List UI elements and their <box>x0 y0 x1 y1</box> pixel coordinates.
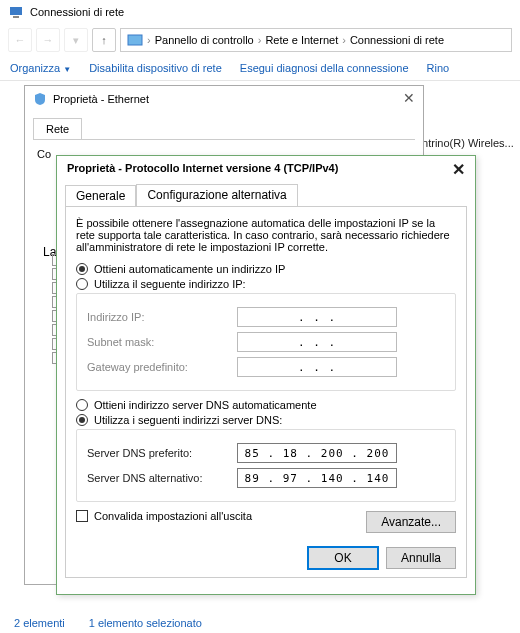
tab-generale[interactable]: Generale <box>65 185 136 207</box>
ip-label: Indirizzo IP: <box>87 311 237 323</box>
dns2-label: Server DNS alternativo: <box>87 472 237 484</box>
dns1-label: Server DNS preferito: <box>87 447 237 459</box>
radio-auto-dns-label: Ottieni indirizzo server DNS automaticam… <box>94 399 317 411</box>
close-icon[interactable]: ✕ <box>452 160 465 179</box>
breadcrumb[interactable]: › Pannello di controllo › Rete e Interne… <box>120 28 512 52</box>
svg-rect-0 <box>10 7 22 15</box>
close-icon[interactable]: ✕ <box>403 90 415 106</box>
ipv4-title: Proprietà - Protocollo Internet versione… <box>67 162 338 174</box>
breadcrumb-item[interactable]: Connessioni di rete <box>350 34 444 46</box>
validate-label: Convalida impostazioni all'uscita <box>94 510 252 522</box>
radio-manual-dns-label: Utilizza i seguenti indirizzi server DNS… <box>94 414 282 426</box>
cancel-button[interactable]: Annulla <box>386 547 456 569</box>
gateway-input: . . . <box>237 357 397 377</box>
nav-up[interactable]: ↑ <box>92 28 116 52</box>
toolbar-diagnose[interactable]: Esegui diagnosi della connessione <box>240 62 409 74</box>
radio-auto-ip[interactable] <box>76 263 88 275</box>
description-text: È possibile ottenere l'assegnazione auto… <box>76 217 456 253</box>
toolbar-organize[interactable]: Organizza ▼ <box>10 62 71 74</box>
window-title: Connessioni di rete <box>30 6 124 18</box>
radio-manual-ip-label: Utilizza il seguente indirizzo IP: <box>94 278 246 290</box>
dns2-input[interactable]: 89 . 97 . 140 . 140 <box>237 468 397 488</box>
breadcrumb-item[interactable]: Rete e Internet <box>265 34 338 46</box>
mask-input: . . . <box>237 332 397 352</box>
ipv4-properties-dialog: Proprietà - Protocollo Internet versione… <box>56 155 476 595</box>
window-titlebar: Connessioni di rete <box>0 0 520 24</box>
ok-button[interactable]: OK <box>308 547 378 569</box>
svg-rect-1 <box>13 16 19 18</box>
gateway-label: Gateway predefinito: <box>87 361 237 373</box>
status-bar: 2 elementi 1 elemento selezionato <box>14 617 202 629</box>
tab-config-alt[interactable]: Configurazione alternativa <box>136 184 297 206</box>
nav-back[interactable]: ← <box>8 28 32 52</box>
status-selection: 1 elemento selezionato <box>89 617 202 629</box>
advanced-button[interactable]: Avanzate... <box>366 511 456 533</box>
breadcrumb-item[interactable]: Pannello di controllo <box>155 34 254 46</box>
control-panel-icon <box>127 32 143 48</box>
status-count: 2 elementi <box>14 617 65 629</box>
network-icon <box>8 4 24 20</box>
nav-forward[interactable]: → <box>36 28 60 52</box>
ethernet-props-title: Proprietà - Ethernet <box>53 93 149 105</box>
toolbar-disable[interactable]: Disabilita dispositivo di rete <box>89 62 222 74</box>
nav-dropdown[interactable]: ▾ <box>64 28 88 52</box>
shield-icon <box>33 92 47 106</box>
svg-rect-2 <box>128 35 142 45</box>
radio-manual-dns[interactable] <box>76 414 88 426</box>
validate-checkbox[interactable] <box>76 510 88 522</box>
dns1-input[interactable]: 85 . 18 . 200 . 200 <box>237 443 397 463</box>
ip-input: . . . <box>237 307 397 327</box>
radio-auto-dns[interactable] <box>76 399 88 411</box>
radio-manual-ip[interactable] <box>76 278 88 290</box>
toolbar-rename[interactable]: Rino <box>427 62 450 74</box>
radio-auto-ip-label: Ottieni automaticamente un indirizzo IP <box>94 263 285 275</box>
mask-label: Subnet mask: <box>87 336 237 348</box>
tab-rete[interactable]: Rete <box>33 118 82 139</box>
toolbar: Organizza ▼ Disabilita dispositivo di re… <box>0 56 520 80</box>
